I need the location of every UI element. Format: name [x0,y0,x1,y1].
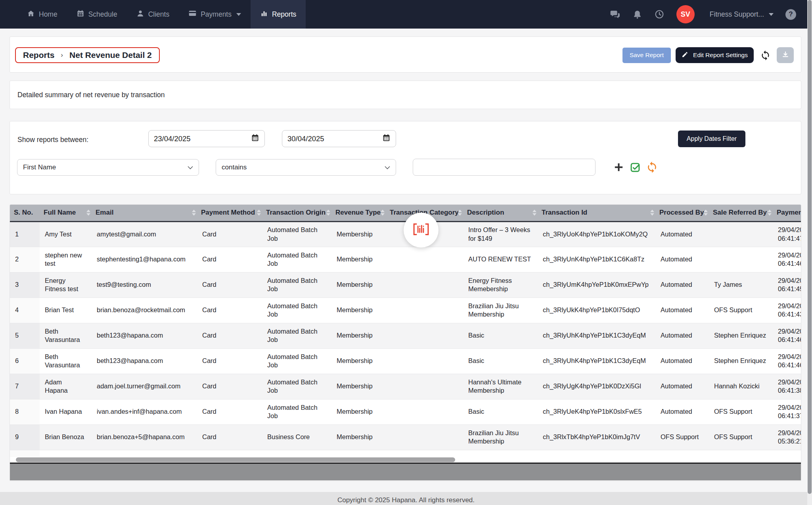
cell-category [386,323,463,348]
cell-txid: ch_3RlyUoK4hpYeP1bK1oKOMy2Q [538,221,655,247]
filter-card: Show reports between: 23/04/2025 30/04/2… [10,121,801,194]
cell-txid: ch_3RlyUmK4hpYeP1bK0mxEPwYp [538,272,655,298]
sort-icon[interactable] [458,210,462,216]
nav-item-payments[interactable]: Payments [179,0,251,29]
cell-payment: 29/04/2006:41:45 [773,272,801,298]
table-header-row: S. No.Full NameEmailPayment MethodTransa… [10,205,801,221]
user-menu[interactable]: Fitness Support... [701,10,774,19]
cell-txid: ch_3RlyUeK4hpYeP1bK0slxFwE5 [538,399,655,424]
pencil-icon [682,51,688,60]
cell-origin: Automated Batch Job [262,323,331,348]
chat-icon[interactable] [610,9,620,20]
cell-method: Card [197,348,262,374]
horizontal-scrollbar-thumb[interactable] [16,457,455,462]
cell-revenue: Membership [331,272,386,298]
column-header-description[interactable]: Description [463,205,538,221]
cell-payment: 29/04/2006:41:46 [773,348,801,374]
cell-description: Basic [463,348,538,374]
table-row: 5Beth Varasuntarabeth123@hapana.comCardA… [10,323,801,348]
avatar[interactable]: SV [676,5,695,23]
bar-chart-icon [260,10,268,19]
nav-item-clients[interactable]: Clients [127,0,179,29]
column-header-email[interactable]: Email [92,205,197,221]
column-header-txid[interactable]: Transaction Id [538,205,655,221]
refresh-icon[interactable] [758,47,772,63]
nav-item-schedule[interactable]: Schedule [67,0,127,29]
cell-description: Energy Fitness Memebership [463,272,538,298]
cell-email: ivan.andes+inf@hapana.com [92,399,197,424]
cell-no: 7 [10,374,40,399]
sort-icon[interactable] [381,210,385,216]
cell-name: Adam Hapana [40,374,92,399]
clock-icon[interactable] [654,9,665,19]
nav-item-reports[interactable]: Reports [251,0,306,29]
column-header-name[interactable]: Full Name [40,205,92,221]
sort-icon[interactable] [704,210,708,216]
cell-category [386,298,463,323]
cell-payment: 29/04/2005:36:21 [773,424,801,450]
sort-icon[interactable] [532,210,536,216]
check-square-icon[interactable] [630,162,641,175]
cell-email: adam.joel.turner@gmail.com [92,374,197,399]
vertical-scrollbar-thumb[interactable] [808,0,812,494]
sort-icon[interactable] [192,210,196,216]
filter-value-input[interactable] [413,159,596,176]
cell-method: Card [197,424,262,450]
cell-payment: 29/04/2006:41:38 [773,374,801,399]
cell-no: 9 [10,424,40,450]
column-label: Payment Method [201,209,255,216]
cell-payment: 29/04/2006:41:47 [773,221,801,247]
sort-icon[interactable] [326,210,330,216]
cell-processed: Automated [655,272,709,298]
calendar-icon[interactable] [382,134,391,144]
sync-icon[interactable] [646,161,658,175]
column-header-processed[interactable]: Processed By [655,205,709,221]
filter-operator-value: contains [222,163,247,171]
help-icon[interactable]: ? [785,9,796,20]
filter-field-select[interactable]: First Name [17,159,199,176]
cell-payment: 29/04/2006:41:37 [773,399,801,424]
cell-email: amytest@gmail.com [92,221,197,247]
calendar-icon[interactable] [251,134,259,144]
sort-icon[interactable] [257,210,261,216]
date-to-input[interactable]: 30/04/2025 [282,130,396,147]
filter-operator-select[interactable]: contains [216,159,396,176]
download-button[interactable] [777,47,794,63]
sort-icon[interactable] [86,210,90,216]
column-label: Transaction Origin [266,209,326,216]
cell-category [386,374,463,399]
column-header-referred[interactable]: Sale Referred By [709,205,773,221]
bell-icon[interactable] [632,10,642,19]
cell-revenue: Membership [331,247,386,272]
cell-referred: Stephen Enriquez [709,348,773,374]
date-from-input[interactable]: 23/04/2025 [148,130,265,147]
cell-description: Basic [463,399,538,424]
cell-referred: OFS Support [709,298,773,323]
nav-item-home[interactable]: Home [17,0,67,29]
column-header-origin[interactable]: Transaction Origin [262,205,331,221]
cell-processed: Automated [655,348,709,374]
column-label: Email [96,209,113,216]
header-actions: Save Report Edit Report Settings [622,47,794,63]
nav-label: Clients [148,10,170,19]
column-header-method[interactable]: Payment Method [197,205,262,221]
cell-referred: Ty James [709,272,773,298]
vertical-scrollbar[interactable] [807,0,812,505]
save-report-button[interactable]: Save Report [622,48,671,63]
sort-icon[interactable] [650,210,654,216]
cell-payment: 29/04/2006:41:46 [773,323,801,348]
table-row: 7Adam Hapanaadam.joel.turner@gmail.comCa… [10,374,801,399]
plus-icon[interactable] [613,161,624,175]
column-label: Description [467,209,504,216]
filter-field-value: First Name [23,163,56,171]
edit-report-settings-button[interactable]: Edit Report Settings [676,47,754,63]
breadcrumb-reports[interactable]: Reports [23,50,54,60]
sort-icon[interactable] [768,210,772,216]
column-header-revenue[interactable]: Revenue Type [331,205,386,221]
apply-dates-filter-button[interactable]: Apply Dates Filter [678,131,745,147]
cell-revenue: Membership [331,374,386,399]
cell-email: test9@testing.com [92,272,197,298]
cell-description: Hannah's Ultimate Membership [463,374,538,399]
cell-method: Card [197,221,262,247]
cell-description: Basic [463,323,538,348]
